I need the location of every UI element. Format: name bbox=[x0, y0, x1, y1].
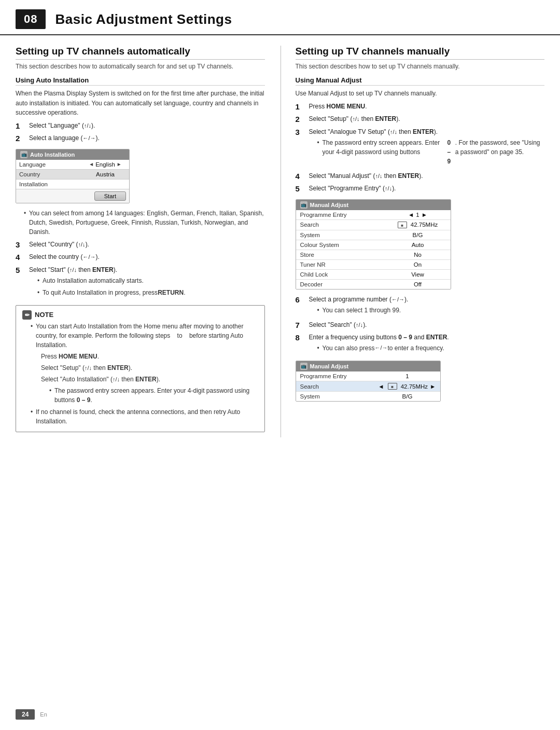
manual-row-system: System B/G bbox=[296, 230, 451, 240]
tv-icon-2: ■ bbox=[388, 383, 397, 390]
tv-icon: ■ bbox=[398, 222, 407, 228]
step-4: 4 Select the country (←/→). bbox=[16, 252, 265, 263]
manual-step-5: 5 Select "Programme Entry" (↑/↓). bbox=[296, 184, 545, 194]
start-button[interactable]: Start bbox=[94, 191, 126, 201]
language-list-item: You can select from among 14 languages: … bbox=[24, 209, 265, 237]
note-box: ✏ NOTE You can start Auto Installation f… bbox=[16, 305, 265, 433]
dialog-title-icon: 📺 bbox=[20, 151, 27, 158]
manual2-row-programme: Programme Entry 1 bbox=[296, 371, 440, 381]
manual-adjust-dialog-2: 📺 Manual Adjust Programme Entry 1 Search… bbox=[296, 361, 441, 402]
left-section-title: Setting up TV channels automatically bbox=[16, 46, 265, 60]
right-section-subtitle: This section describes how to set up TV … bbox=[296, 62, 545, 71]
page-language: En bbox=[40, 711, 47, 718]
manual-row-decoder: Decoder Off bbox=[296, 280, 451, 289]
auto-steps-3-5: 3 Select "Country" (↑/↓). 4 Select the c… bbox=[16, 240, 265, 300]
note-header: ✏ NOTE bbox=[22, 310, 258, 320]
manual2-row-search: Search ◄ ■ 42.75MHz ► bbox=[296, 381, 440, 392]
step-3: 3 Select "Country" (↑/↓). bbox=[16, 240, 265, 250]
dialog-row-country: Country Austria bbox=[16, 170, 129, 180]
manual-step-7: 7 Select "Search" (↑/↓). bbox=[296, 320, 545, 330]
dialog-row-installation: Installation bbox=[16, 180, 129, 189]
prog-entry-arrow-right: ► bbox=[422, 212, 427, 218]
start-btn-row: Start bbox=[16, 189, 129, 203]
manual-body-text: Use Manual Adjust to set up TV channels … bbox=[296, 89, 545, 99]
arrow-right-icon: ► bbox=[117, 161, 122, 167]
subsection-auto-install: Using Auto Installation bbox=[16, 76, 265, 86]
dialog-row-language: Language ◄ English ► bbox=[16, 160, 129, 170]
manual-dialog2-title-text: Manual Adjust bbox=[310, 363, 349, 369]
subsection-manual-adjust: Using Manual Adjust bbox=[296, 76, 545, 86]
manual-step-2: 2 Select "Setup" (↑/↓ then ENTER). bbox=[296, 114, 545, 125]
left-column: Setting up TV channels automatically Thi… bbox=[16, 46, 265, 437]
note-bullets: You can start Auto Installation from the… bbox=[31, 322, 258, 426]
auto-install-dialog: 📺 Auto Installation Language ◄ English ►… bbox=[16, 149, 130, 203]
manual-row-child-lock: Child Lock View bbox=[296, 270, 451, 280]
note-label: NOTE bbox=[35, 310, 53, 320]
manual-row-search: Search ■ 42.75MHz bbox=[296, 220, 451, 230]
step-5: 5 Select "Start" (↑/↓ then ENTER). Auto … bbox=[16, 265, 265, 300]
manual-step-4: 4 Select "Manual Adjust" (↑/↓ then ENTER… bbox=[296, 171, 545, 182]
dialog-title-bar: 📺 Auto Installation bbox=[16, 149, 129, 160]
right-section-title: Setting up TV channels manually bbox=[296, 46, 545, 60]
content-area: Setting up TV channels automatically Thi… bbox=[0, 35, 560, 448]
manual-dialog2-icon: 📺 bbox=[300, 363, 307, 370]
manual-row-store: Store No bbox=[296, 250, 451, 260]
manual-adjust-dialog-1: 📺 Manual Adjust Programme Entry ◄ 1 ► Se… bbox=[296, 199, 451, 290]
language-bullets: You can select from among 14 languages: … bbox=[24, 209, 265, 237]
manual2-row-system: System B/G bbox=[296, 392, 440, 401]
manual-dialog-title: 📺 Manual Adjust bbox=[296, 200, 451, 210]
left-section-subtitle: This section describes how to automatica… bbox=[16, 62, 265, 71]
manual-steps-1-5: 1 Press HOME MENU. 2 Select "Setup" (↑/↓… bbox=[296, 102, 545, 194]
page-footer: 24 En bbox=[0, 709, 560, 720]
page-header: 08 Basic Adjustment Settings bbox=[0, 0, 560, 35]
manual-step-8: 8 Enter a frequency using buttons 0 – 9 … bbox=[296, 333, 545, 355]
search-right-arrow: ► bbox=[430, 383, 436, 390]
manual-steps-6-8: 6 Select a programme number (←/→). You c… bbox=[296, 295, 545, 356]
auto-body-text: When the Plasma Display System is switch… bbox=[16, 89, 265, 118]
manual-row-tuner-nr: Tuner NR On bbox=[296, 260, 451, 270]
search-left-arrow: ◄ bbox=[378, 383, 384, 390]
manual-dialog-icon: 📺 bbox=[300, 201, 307, 209]
note-icon: ✏ bbox=[22, 310, 32, 320]
manual-step-6: 6 Select a programme number (←/→). You c… bbox=[296, 295, 545, 318]
language-value: English bbox=[95, 161, 115, 168]
prog-entry-arrow-left: ◄ bbox=[408, 212, 414, 218]
arrow-left-icon: ◄ bbox=[89, 161, 94, 167]
manual-dialog-title-text: Manual Adjust bbox=[310, 202, 349, 208]
manual-row-colour-system: Colour System Auto bbox=[296, 240, 451, 250]
manual-step-1: 1 Press HOME MENU. bbox=[296, 102, 545, 112]
manual-dialog2-title: 📺 Manual Adjust bbox=[296, 361, 440, 371]
chapter-badge: 08 bbox=[16, 9, 46, 29]
page-title: Basic Adjustment Settings bbox=[55, 11, 232, 27]
manual-step-3: 3 Select "Analogue TV Setup" (↑/↓ then E… bbox=[296, 127, 545, 169]
step-1: 1 Select "Language" (↑/↓). bbox=[16, 121, 265, 131]
step-2: 2 Select a language (←/→). bbox=[16, 133, 265, 144]
step-5-bullets: Auto Installation automatically starts. … bbox=[37, 276, 265, 297]
page-number: 24 bbox=[16, 709, 35, 720]
right-column: Setting up TV channels manually This sec… bbox=[281, 46, 545, 437]
dialog-title-text: Auto Installation bbox=[30, 151, 75, 158]
country-value: Austria bbox=[96, 171, 115, 177]
auto-steps-1-2: 1 Select "Language" (↑/↓). 2 Select a la… bbox=[16, 121, 265, 144]
manual-row-programme-entry: Programme Entry ◄ 1 ► bbox=[296, 210, 451, 220]
